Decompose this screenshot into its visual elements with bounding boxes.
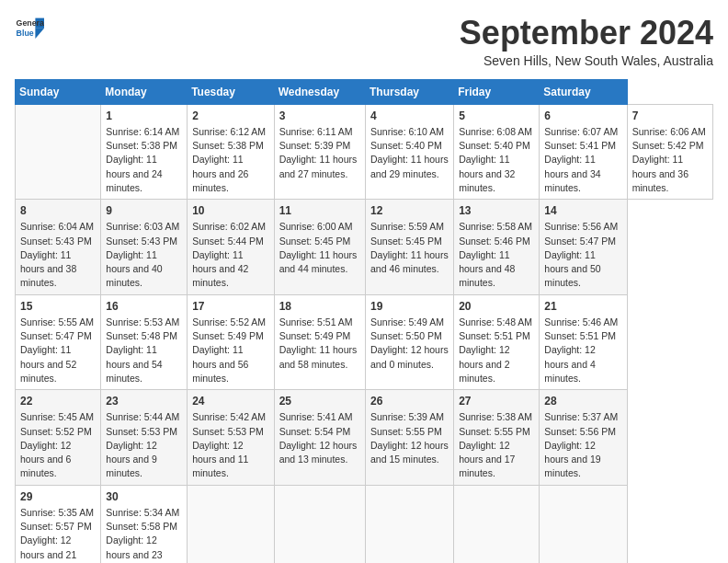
header: General Blue September 2024 Seven Hills,…	[15, 15, 713, 68]
calendar-week-row: 1Sunrise: 6:14 AMSunset: 5:38 PMDaylight…	[16, 104, 713, 199]
day-number: 23	[106, 394, 182, 409]
calendar-cell: 16Sunrise: 5:53 AMSunset: 5:48 PMDayligh…	[101, 294, 188, 389]
calendar-cell	[540, 485, 627, 563]
day-number: 28	[544, 394, 621, 409]
calendar-header-thursday: Thursday	[366, 79, 454, 104]
calendar-header-monday: Monday	[101, 79, 188, 104]
day-number: 3	[279, 109, 360, 124]
day-number: 11	[279, 203, 360, 219]
calendar-cell: 20Sunrise: 5:48 AMSunset: 5:51 PMDayligh…	[454, 294, 540, 389]
calendar-cell	[274, 485, 365, 563]
calendar-cell	[454, 485, 540, 563]
calendar-header-wednesday: Wednesday	[274, 79, 365, 104]
calendar-cell: 26Sunrise: 5:39 AMSunset: 5:55 PMDayligh…	[366, 390, 454, 485]
day-number: 8	[20, 203, 96, 219]
day-number: 12	[370, 203, 449, 219]
day-number: 17	[192, 299, 268, 315]
day-number: 21	[544, 299, 621, 315]
day-number: 20	[459, 299, 534, 315]
day-number: 19	[370, 299, 449, 315]
calendar-cell: 3Sunrise: 6:11 AMSunset: 5:39 PMDaylight…	[274, 104, 365, 199]
day-number: 29	[20, 489, 96, 505]
calendar-cell: 8Sunrise: 6:04 AMSunset: 5:43 PMDaylight…	[16, 200, 101, 294]
calendar-week-row: 15Sunrise: 5:55 AMSunset: 5:47 PMDayligh…	[16, 294, 713, 389]
day-number: 24	[192, 394, 268, 409]
calendar-cell: 17Sunrise: 5:52 AMSunset: 5:49 PMDayligh…	[188, 294, 274, 389]
calendar-cell: 22Sunrise: 5:45 AMSunset: 5:52 PMDayligh…	[16, 390, 101, 485]
day-number: 4	[370, 109, 449, 124]
calendar-cell: 18Sunrise: 5:51 AMSunset: 5:49 PMDayligh…	[274, 294, 365, 389]
day-number: 5	[459, 109, 534, 124]
svg-text:General: General	[17, 18, 44, 28]
location-subtitle: Seven Hills, New South Wales, Australia	[460, 53, 713, 68]
calendar-cell: 21Sunrise: 5:46 AMSunset: 5:51 PMDayligh…	[540, 294, 627, 389]
day-number: 22	[20, 394, 96, 409]
day-number: 13	[459, 203, 534, 219]
calendar-cell	[188, 485, 274, 563]
day-number: 6	[544, 109, 621, 124]
day-number: 14	[544, 203, 621, 219]
calendar-header-tuesday: Tuesday	[188, 79, 274, 104]
logo-icon: General Blue	[15, 15, 44, 40]
calendar-cell: 14Sunrise: 5:56 AMSunset: 5:47 PMDayligh…	[540, 200, 627, 294]
calendar-cell: 24Sunrise: 5:42 AMSunset: 5:53 PMDayligh…	[188, 390, 274, 485]
logo: General Blue	[15, 15, 44, 40]
day-number: 16	[106, 299, 182, 315]
calendar-cell: 11Sunrise: 6:00 AMSunset: 5:45 PMDayligh…	[274, 200, 365, 294]
calendar-week-row: 8Sunrise: 6:04 AMSunset: 5:43 PMDaylight…	[16, 200, 713, 294]
svg-text:Blue: Blue	[17, 29, 34, 38]
day-number: 7	[632, 109, 708, 124]
day-number: 15	[20, 299, 96, 315]
calendar-cell: 9Sunrise: 6:03 AMSunset: 5:43 PMDaylight…	[101, 200, 188, 294]
calendar-cell: 10Sunrise: 6:02 AMSunset: 5:44 PMDayligh…	[188, 200, 274, 294]
day-number: 27	[459, 394, 534, 409]
day-number: 30	[106, 489, 182, 505]
calendar-cell: 30Sunrise: 5:34 AMSunset: 5:58 PMDayligh…	[101, 485, 188, 563]
month-title: September 2024	[460, 15, 713, 52]
calendar-cell: 28Sunrise: 5:37 AMSunset: 5:56 PMDayligh…	[540, 390, 627, 485]
calendar-cell: 15Sunrise: 5:55 AMSunset: 5:47 PMDayligh…	[16, 294, 101, 389]
calendar-cell: 12Sunrise: 5:59 AMSunset: 5:45 PMDayligh…	[366, 200, 454, 294]
calendar-cell: 5Sunrise: 6:08 AMSunset: 5:40 PMDaylight…	[454, 104, 540, 199]
calendar-cell: 29Sunrise: 5:35 AMSunset: 5:57 PMDayligh…	[16, 485, 101, 563]
day-number: 10	[192, 203, 268, 219]
calendar-header-saturday: Saturday	[540, 79, 627, 104]
calendar-header-row: SundayMondayTuesdayWednesdayThursdayFrid…	[16, 79, 713, 104]
title-area: September 2024 Seven Hills, New South Wa…	[460, 15, 713, 68]
calendar-cell	[16, 104, 101, 199]
calendar-cell: 7Sunrise: 6:06 AMSunset: 5:42 PMDaylight…	[627, 104, 712, 199]
calendar-week-row: 22Sunrise: 5:45 AMSunset: 5:52 PMDayligh…	[16, 390, 713, 485]
calendar-cell: 25Sunrise: 5:41 AMSunset: 5:54 PMDayligh…	[274, 390, 365, 485]
calendar-cell: 13Sunrise: 5:58 AMSunset: 5:46 PMDayligh…	[454, 200, 540, 294]
calendar-cell: 19Sunrise: 5:49 AMSunset: 5:50 PMDayligh…	[366, 294, 454, 389]
calendar-cell: 27Sunrise: 5:38 AMSunset: 5:55 PMDayligh…	[454, 390, 540, 485]
calendar-cell: 2Sunrise: 6:12 AMSunset: 5:38 PMDaylight…	[188, 104, 274, 199]
calendar-header-friday: Friday	[454, 79, 540, 104]
calendar-cell: 6Sunrise: 6:07 AMSunset: 5:41 PMDaylight…	[540, 104, 627, 199]
day-number: 1	[106, 109, 182, 124]
day-number: 9	[106, 203, 182, 219]
day-number: 26	[370, 394, 449, 409]
calendar-cell: 1Sunrise: 6:14 AMSunset: 5:38 PMDaylight…	[101, 104, 188, 199]
calendar-cell: 23Sunrise: 5:44 AMSunset: 5:53 PMDayligh…	[101, 390, 188, 485]
calendar-header-sunday: Sunday	[16, 79, 101, 104]
calendar-cell	[366, 485, 454, 563]
day-number: 18	[279, 299, 360, 315]
calendar-week-row: 29Sunrise: 5:35 AMSunset: 5:57 PMDayligh…	[16, 485, 713, 563]
calendar-cell: 4Sunrise: 6:10 AMSunset: 5:40 PMDaylight…	[366, 104, 454, 199]
calendar-table: SundayMondayTuesdayWednesdayThursdayFrid…	[15, 79, 713, 563]
day-number: 2	[192, 109, 268, 124]
day-number: 25	[279, 394, 360, 409]
